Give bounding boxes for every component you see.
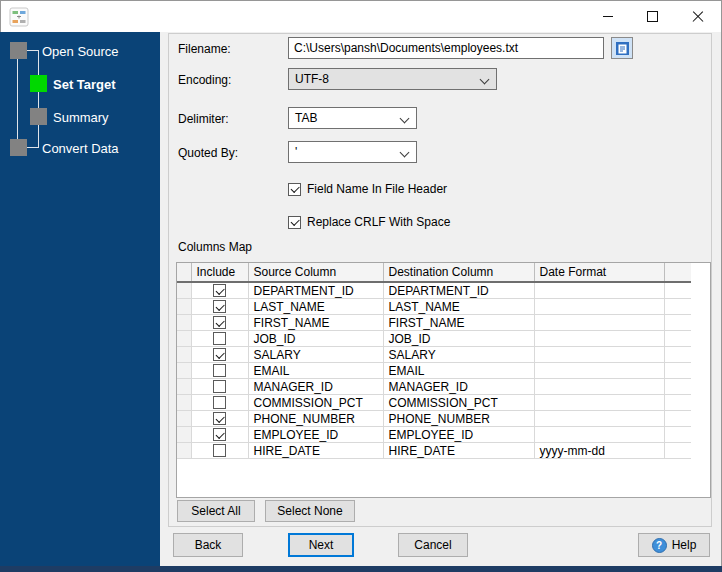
header-date-format[interactable]: Date Format (534, 263, 664, 282)
date-format-cell[interactable] (534, 331, 664, 347)
destination-column-cell[interactable]: COMMISSION_PCT (383, 395, 534, 411)
table-row[interactable]: JOB_IDJOB_ID (177, 331, 691, 347)
include-checkbox[interactable] (213, 444, 226, 457)
filename-input[interactable] (288, 37, 604, 59)
destination-column-cell[interactable]: PHONE_NUMBER (383, 411, 534, 427)
include-cell[interactable] (191, 395, 248, 411)
destination-column-cell[interactable]: EMAIL (383, 363, 534, 379)
field-name-in-header-checkbox[interactable] (288, 183, 301, 196)
date-format-cell[interactable] (534, 282, 664, 299)
destination-column-cell[interactable]: FIRST_NAME (383, 315, 534, 331)
source-column-cell[interactable]: FIRST_NAME (248, 315, 383, 331)
row-handle[interactable] (177, 443, 191, 459)
include-cell[interactable] (191, 363, 248, 379)
table-row[interactable]: EMAILEMAIL (177, 363, 691, 379)
destination-column-cell[interactable]: JOB_ID (383, 331, 534, 347)
row-handle[interactable] (177, 363, 191, 379)
source-column-cell[interactable]: COMMISSION_PCT (248, 395, 383, 411)
include-checkbox[interactable] (213, 332, 226, 345)
include-cell[interactable] (191, 282, 248, 299)
table-row[interactable]: DEPARTMENT_IDDEPARTMENT_ID (177, 282, 691, 299)
browse-file-button[interactable] (611, 37, 633, 59)
include-checkbox[interactable] (213, 348, 226, 361)
source-column-cell[interactable]: JOB_ID (248, 331, 383, 347)
select-all-button[interactable]: Select All (177, 500, 255, 522)
header-source-column[interactable]: Source Column (248, 263, 383, 282)
next-button[interactable]: Next (288, 533, 354, 557)
source-column-cell[interactable]: SALARY (248, 347, 383, 363)
row-handle[interactable] (177, 299, 191, 315)
header-include[interactable]: Include (191, 263, 248, 282)
help-button[interactable]: ? Help (638, 533, 710, 557)
include-cell[interactable] (191, 331, 248, 347)
minimize-button[interactable] (585, 1, 630, 32)
header-destination-column[interactable]: Destination Column (383, 263, 534, 282)
date-format-cell[interactable] (534, 347, 664, 363)
row-handle[interactable] (177, 395, 191, 411)
include-checkbox[interactable] (213, 428, 226, 441)
table-row[interactable]: EMPLOYEE_IDEMPLOYEE_ID (177, 427, 691, 443)
include-checkbox[interactable] (213, 396, 226, 409)
include-checkbox[interactable] (213, 316, 226, 329)
include-checkbox[interactable] (213, 300, 226, 313)
row-handle[interactable] (177, 379, 191, 395)
table-row[interactable]: HIRE_DATEHIRE_DATEyyyy-mm-dd (177, 443, 691, 459)
include-cell[interactable] (191, 379, 248, 395)
destination-column-cell[interactable]: HIRE_DATE (383, 443, 534, 459)
date-format-cell[interactable] (534, 379, 664, 395)
source-column-cell[interactable]: HIRE_DATE (248, 443, 383, 459)
include-cell[interactable] (191, 347, 248, 363)
destination-column-cell[interactable]: DEPARTMENT_ID (383, 282, 534, 299)
date-format-cell[interactable] (534, 427, 664, 443)
table-row[interactable]: FIRST_NAMEFIRST_NAME (177, 315, 691, 331)
include-cell[interactable] (191, 443, 248, 459)
include-checkbox[interactable] (213, 412, 226, 425)
date-format-cell[interactable] (534, 395, 664, 411)
destination-column-cell[interactable]: LAST_NAME (383, 299, 534, 315)
back-button[interactable]: Back (173, 533, 243, 557)
date-format-cell[interactable] (534, 411, 664, 427)
include-checkbox[interactable] (213, 380, 226, 393)
replace-crlf-option[interactable]: Replace CRLF With Space (288, 215, 450, 229)
delimiter-select[interactable]: TAB (288, 107, 417, 129)
table-row[interactable]: LAST_NAMELAST_NAME (177, 299, 691, 315)
field-name-in-header-option[interactable]: Field Name In File Header (288, 182, 447, 196)
select-none-button[interactable]: Select None (265, 500, 355, 522)
table-row[interactable]: MANAGER_IDMANAGER_ID (177, 379, 691, 395)
include-cell[interactable] (191, 315, 248, 331)
source-column-cell[interactable]: LAST_NAME (248, 299, 383, 315)
source-column-cell[interactable]: EMAIL (248, 363, 383, 379)
cancel-button[interactable]: Cancel (398, 533, 468, 557)
source-column-cell[interactable]: MANAGER_ID (248, 379, 383, 395)
source-column-cell[interactable]: PHONE_NUMBER (248, 411, 383, 427)
row-handle[interactable] (177, 331, 191, 347)
date-format-cell[interactable] (534, 363, 664, 379)
table-row[interactable]: COMMISSION_PCTCOMMISSION_PCT (177, 395, 691, 411)
include-cell[interactable] (191, 411, 248, 427)
source-column-cell[interactable]: EMPLOYEE_ID (248, 427, 383, 443)
include-cell[interactable] (191, 427, 248, 443)
encoding-select[interactable]: UTF-8 (288, 68, 497, 90)
close-button[interactable] (675, 1, 720, 32)
table-row[interactable]: SALARYSALARY (177, 347, 691, 363)
table-row[interactable]: PHONE_NUMBERPHONE_NUMBER (177, 411, 691, 427)
row-handle[interactable] (177, 282, 191, 299)
row-handle[interactable] (177, 427, 191, 443)
row-handle[interactable] (177, 411, 191, 427)
date-format-cell[interactable]: yyyy-mm-dd (534, 443, 664, 459)
replace-crlf-checkbox[interactable] (288, 216, 301, 229)
include-checkbox[interactable] (213, 364, 226, 377)
date-format-cell[interactable] (534, 299, 664, 315)
converter-app-icon[interactable] (9, 7, 29, 27)
row-handle[interactable] (177, 347, 191, 363)
date-format-cell[interactable] (534, 315, 664, 331)
row-handle[interactable] (177, 315, 191, 331)
maximize-button[interactable] (630, 1, 675, 32)
quoted-by-select[interactable]: ' (288, 141, 417, 163)
destination-column-cell[interactable]: MANAGER_ID (383, 379, 534, 395)
include-checkbox[interactable] (213, 284, 226, 297)
destination-column-cell[interactable]: SALARY (383, 347, 534, 363)
destination-column-cell[interactable]: EMPLOYEE_ID (383, 427, 534, 443)
include-cell[interactable] (191, 299, 248, 315)
source-column-cell[interactable]: DEPARTMENT_ID (248, 282, 383, 299)
